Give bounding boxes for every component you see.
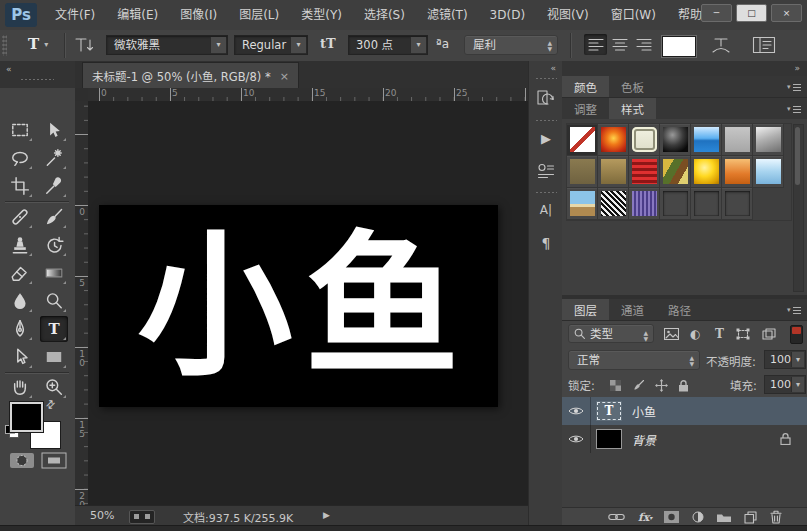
brush-tool[interactable] bbox=[40, 204, 68, 230]
hand-tool[interactable] bbox=[6, 374, 34, 400]
layer-visibility-toggle[interactable] bbox=[562, 425, 591, 453]
style-swatch-tan-gradient[interactable] bbox=[598, 156, 629, 188]
font-size-select[interactable]: 300 点 ▾ bbox=[348, 35, 428, 55]
clone-stamp-tool[interactable] bbox=[6, 232, 34, 258]
link-layers-icon[interactable] bbox=[608, 508, 625, 526]
magic-wand-tool[interactable] bbox=[40, 145, 68, 171]
character-panel-icon[interactable]: A| bbox=[533, 197, 559, 223]
pen-tool[interactable] bbox=[6, 316, 34, 342]
lasso-tool[interactable] bbox=[6, 145, 34, 171]
eraser-tool[interactable] bbox=[6, 260, 34, 286]
dock-grip[interactable] bbox=[535, 77, 557, 80]
foreground-color-swatch[interactable] bbox=[10, 402, 43, 432]
dock-grip[interactable] bbox=[535, 119, 557, 122]
spot-healing-brush-tool[interactable] bbox=[6, 204, 34, 230]
opacity-field[interactable]: 100% ▾ bbox=[764, 350, 806, 369]
style-swatch-gray-gradient[interactable] bbox=[753, 124, 784, 156]
background-layer-thumbnail[interactable] bbox=[596, 429, 622, 449]
style-swatch-gray-flat[interactable] bbox=[722, 124, 753, 156]
tab-paths[interactable]: 路径 bbox=[656, 299, 703, 320]
menu-item[interactable]: 滤镜(T) bbox=[416, 0, 479, 30]
blend-mode-select[interactable]: 正常 ▲▼ bbox=[568, 350, 700, 370]
shape-tool[interactable] bbox=[40, 344, 68, 370]
toggle-panels-button[interactable] bbox=[752, 36, 776, 54]
filter-type-layers-icon[interactable]: T bbox=[715, 321, 724, 347]
align-left-button[interactable] bbox=[584, 34, 607, 55]
paragraph-panel-icon[interactable]: ¶ bbox=[533, 230, 559, 256]
font-style-select[interactable]: Regular ▾ bbox=[234, 35, 308, 55]
layer-filter-toggle[interactable] bbox=[790, 325, 803, 344]
filter-pixel-layers-icon[interactable] bbox=[664, 321, 679, 347]
lock-all-icon[interactable] bbox=[678, 373, 689, 397]
screen-mode-button[interactable] bbox=[40, 451, 68, 469]
move-tool[interactable] bbox=[40, 117, 68, 143]
document-tab[interactable]: 未标题-1 @ 50% (小鱼, RGB/8) * × bbox=[82, 62, 299, 89]
type-tool[interactable]: T bbox=[40, 316, 68, 342]
layer-style-icon[interactable]: fx▾ bbox=[638, 508, 652, 526]
filter-shape-layers-icon[interactable] bbox=[736, 321, 750, 347]
collapse-tools-icon[interactable]: « bbox=[6, 64, 11, 74]
lock-position-icon[interactable] bbox=[655, 373, 668, 397]
collapse-dock-icon[interactable]: » bbox=[794, 63, 799, 73]
layer-name[interactable]: 小鱼 bbox=[632, 397, 656, 425]
tool-preset-picker[interactable]: T ▾ bbox=[28, 35, 48, 53]
dodge-tool[interactable] bbox=[40, 288, 68, 314]
actions-panel-icon[interactable]: ▶ bbox=[533, 125, 559, 151]
tab-layers[interactable]: 图层 bbox=[562, 299, 609, 320]
properties-panel-icon[interactable] bbox=[533, 158, 559, 184]
zoom-tool[interactable] bbox=[40, 374, 68, 400]
expand-dock-icon[interactable]: « bbox=[550, 63, 555, 73]
menu-item[interactable]: 文件(F) bbox=[44, 0, 106, 30]
document-canvas[interactable]: 小鱼 bbox=[99, 205, 498, 407]
anti-alias-select[interactable]: 犀利 ▲▼ bbox=[464, 35, 558, 55]
tab-swatches[interactable]: 色板 bbox=[609, 76, 656, 97]
history-brush-tool[interactable] bbox=[40, 232, 68, 258]
close-button[interactable]: × bbox=[771, 4, 802, 22]
style-swatch-red-weave[interactable] bbox=[629, 156, 660, 188]
menu-item[interactable]: 选择(S) bbox=[353, 0, 416, 30]
warp-text-button[interactable] bbox=[708, 35, 734, 55]
style-swatch-yellow-gloss[interactable] bbox=[691, 156, 722, 188]
scrubby-zoom-icon[interactable] bbox=[129, 510, 155, 524]
path-selection-tool[interactable] bbox=[6, 344, 34, 370]
style-swatch-empty-2[interactable] bbox=[691, 188, 722, 220]
tab-color[interactable]: 颜色 bbox=[562, 76, 609, 97]
style-swatch-white-ring[interactable] bbox=[629, 124, 660, 156]
quick-mask-button[interactable] bbox=[8, 451, 36, 469]
dock-grip[interactable] bbox=[535, 191, 557, 194]
lock-pixels-icon[interactable] bbox=[632, 373, 645, 397]
new-group-icon[interactable] bbox=[716, 508, 732, 526]
lock-transparency-icon[interactable] bbox=[610, 373, 621, 397]
style-swatch-empty-3[interactable] bbox=[722, 188, 753, 220]
tools-grip[interactable] bbox=[20, 78, 54, 81]
filter-adjustment-layers-icon[interactable]: ◐ bbox=[690, 321, 700, 347]
style-swatch-orange-gradient[interactable] bbox=[722, 156, 753, 188]
style-swatch-sky-blue-gloss[interactable] bbox=[753, 156, 784, 188]
style-swatch-red-glow[interactable] bbox=[598, 124, 629, 156]
crop-tool[interactable] bbox=[6, 173, 34, 199]
style-swatch-empty-1[interactable] bbox=[660, 188, 691, 220]
new-layer-icon[interactable] bbox=[744, 508, 757, 526]
tab-close-icon[interactable]: × bbox=[280, 70, 289, 83]
style-swatch-none[interactable] bbox=[567, 124, 598, 156]
minimize-button[interactable]: ─ bbox=[701, 4, 732, 22]
menu-item[interactable]: 类型(Y) bbox=[290, 0, 353, 30]
panel-menu-icon[interactable]: ▾ bbox=[787, 105, 801, 113]
caret-down-icon[interactable]: ▾ bbox=[791, 377, 804, 392]
style-swatch-blue-gloss[interactable] bbox=[691, 124, 722, 156]
layer-name[interactable]: 背景 bbox=[632, 425, 656, 453]
menu-item[interactable]: 视图(V) bbox=[536, 0, 600, 30]
zoom-level-field[interactable]: 50% bbox=[90, 509, 114, 522]
add-mask-icon[interactable] bbox=[664, 508, 679, 526]
layer-filter-type-select[interactable]: 类型 ▲▼ bbox=[568, 324, 654, 343]
align-right-button[interactable] bbox=[632, 34, 655, 55]
style-swatch-purple-ribbed[interactable] bbox=[629, 188, 660, 220]
caret-down-icon[interactable]: ▾ bbox=[290, 37, 306, 53]
delete-layer-icon[interactable] bbox=[770, 508, 782, 526]
tab-channels[interactable]: 通道 bbox=[609, 299, 656, 320]
menu-item[interactable]: 图像(I) bbox=[169, 0, 228, 30]
layer-row-text[interactable]: T 小鱼 bbox=[562, 397, 807, 426]
menu-item[interactable]: 3D(D) bbox=[479, 0, 536, 30]
styles-scrollbar[interactable] bbox=[793, 124, 804, 292]
layer-visibility-toggle[interactable] bbox=[562, 397, 591, 425]
